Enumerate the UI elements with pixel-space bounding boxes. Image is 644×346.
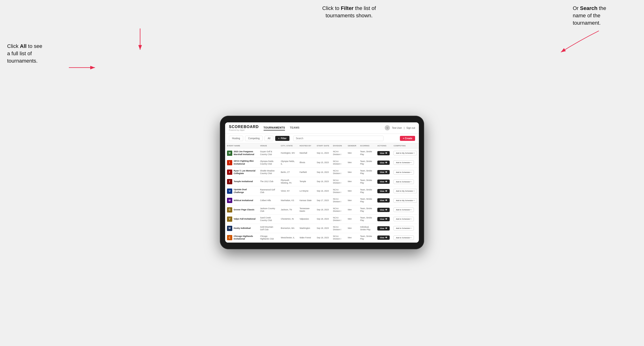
cell-gender: Men	[346, 168, 358, 177]
cell-competing: Add to My Schedule +	[392, 196, 419, 205]
event-name: OFCC Fighting Illini Invitational	[234, 160, 256, 165]
schedule-label: Add to Schedule +	[396, 181, 412, 183]
col-actions: ACTIONS	[376, 143, 392, 149]
event-name: Ryan T. Lee Memorial Collegiate	[234, 170, 256, 175]
team-logo: I	[227, 160, 232, 165]
add-schedule-button[interactable]: Add to Schedule +	[394, 160, 414, 165]
add-schedule-button[interactable]: Add to Schedule +	[394, 170, 414, 174]
view-label: View	[380, 152, 384, 154]
cell-start-date: Sep 15, 2023	[315, 158, 331, 168]
cell-start-date: Sep 16, 2023	[315, 186, 331, 196]
cell-scoring: Team, Stroke Play	[358, 205, 376, 214]
search-box	[293, 136, 398, 141]
cell-competing: Add to Schedule +	[392, 224, 419, 233]
cell-scoring: Team, Stroke Play	[358, 214, 376, 224]
team-logo: W	[227, 226, 232, 231]
eye-icon: 👁	[385, 218, 387, 220]
signout-link[interactable]: Sign out	[406, 127, 415, 129]
cell-venue: Jackson Country Club	[258, 205, 279, 214]
nav-tournaments[interactable]: TOURNAMENTS	[264, 125, 285, 130]
view-button[interactable]: View 👁	[377, 217, 390, 221]
cell-scoring: Team, Stroke Play	[358, 196, 376, 205]
hosting-tab[interactable]: Hosting	[229, 136, 243, 141]
cell-competing: Add to Schedule +	[392, 168, 419, 177]
add-schedule-button[interactable]: Add to Schedule +	[394, 179, 414, 184]
view-button[interactable]: View 👁	[377, 179, 390, 184]
cell-event-name: V Valpo Fall Invitational	[225, 214, 258, 224]
cell-hosted-by: Le Moyne	[298, 186, 315, 196]
cell-hosted-by: Wake Forest	[298, 233, 315, 242]
team-logo: U	[227, 188, 232, 194]
eye-icon: 👁	[385, 199, 387, 201]
filter-button[interactable]: ≡ Filter	[275, 136, 289, 141]
cell-scoring: Team, Stroke Play	[358, 177, 376, 186]
view-label: View	[380, 199, 384, 201]
competing-tab[interactable]: Competing	[245, 136, 263, 141]
col-scoring: SCORING	[358, 143, 376, 149]
cell-competing: Add to Schedule +	[392, 177, 419, 186]
view-button[interactable]: View 👁	[377, 161, 390, 165]
add-schedule-button[interactable]: Add to Schedule +	[394, 226, 414, 230]
event-name: Upstate Dual Challenge	[234, 188, 256, 194]
cell-scoring: Team, Stroke Play	[358, 158, 376, 168]
cell-gender: Men	[346, 148, 358, 158]
team-logo: M	[227, 151, 232, 156]
cell-gender: Men	[346, 177, 358, 186]
search-input[interactable]	[293, 136, 384, 141]
view-button[interactable]: View 👁	[377, 151, 390, 155]
event-name: Wildcat Invitational	[234, 199, 253, 202]
cell-division: NCAA Division I	[331, 214, 346, 224]
team-logo: C	[227, 235, 232, 240]
annotation-search: Or Search thename of thetournament.	[573, 5, 639, 26]
user-name: Test User	[392, 127, 402, 129]
add-schedule-button[interactable]: Add to My Schedule +	[394, 198, 417, 203]
eye-icon: 👁	[385, 209, 387, 211]
filter-icon: ≡	[278, 137, 280, 140]
view-button[interactable]: View 👁	[377, 170, 390, 174]
view-button[interactable]: View 👁	[377, 226, 390, 230]
event-name: 2023 Joe Feaganes Marshall Invitational	[234, 150, 256, 156]
view-button[interactable]: View 👁	[377, 235, 390, 240]
cell-competing: Add to My Schedule +	[392, 186, 419, 196]
cell-actions: View 👁	[376, 177, 392, 186]
col-start-date: START DATE	[315, 143, 331, 149]
cell-hosted-by: Illinois	[298, 158, 315, 168]
view-button[interactable]: View 👁	[377, 198, 390, 202]
add-schedule-button[interactable]: Add to Schedule +	[394, 207, 414, 212]
cell-event-name: G Grover Page Classic	[225, 205, 258, 214]
add-schedule-button[interactable]: Add to My Schedule +	[394, 151, 417, 155]
view-button[interactable]: View 👁	[377, 189, 390, 193]
eye-icon: 👁	[385, 236, 387, 239]
app-header: SCOREBOARD Powered by clippd TOURNAMENTS…	[225, 122, 419, 134]
tablet-device: SCOREBOARD Powered by clippd TOURNAMENTS…	[220, 116, 424, 249]
add-schedule-button[interactable]: Add to Schedule +	[394, 235, 414, 240]
eye-icon: 👁	[385, 227, 387, 230]
all-tab[interactable]: All	[264, 136, 273, 141]
header-right: U Test User | Sign out	[385, 125, 415, 130]
view-button[interactable]: View 👁	[377, 208, 390, 212]
cell-hosted-by: Kansas State	[298, 196, 315, 205]
add-schedule-button[interactable]: Add to My Schedule +	[394, 189, 417, 193]
add-schedule-button[interactable]: Add to Schedule +	[394, 217, 414, 221]
cell-actions: View 👁	[376, 224, 392, 233]
cell-start-date: Sep 18, 2023	[315, 205, 331, 214]
team-logo: T	[227, 179, 232, 184]
schedule-label: Add to My Schedule +	[396, 199, 414, 201]
event-name: Valpo Fall Invitational	[234, 218, 256, 220]
nav-teams[interactable]: TEAMS	[290, 125, 300, 130]
cell-start-date: Sep 18, 2023	[315, 214, 331, 224]
create-button[interactable]: + Create	[400, 136, 415, 141]
cell-city: Huntington, WV	[279, 148, 298, 158]
table-row: W Wildcat Invitational Colbert Hills Man…	[225, 196, 419, 205]
schedule-label: Add to Schedule +	[396, 209, 412, 211]
schedule-label: Add to Schedule +	[396, 227, 412, 229]
cell-city: Jackson, TN	[279, 205, 298, 214]
table-row: M 2023 Joe Feaganes Marshall Invitationa…	[225, 148, 419, 158]
col-event-name: EVENT NAME	[225, 143, 258, 149]
cell-venue: Ravenwood Golf Club	[258, 186, 279, 196]
separator: |	[404, 127, 405, 129]
col-hosted-by: HOSTED BY	[298, 143, 315, 149]
all-arrow	[69, 62, 97, 73]
cell-venue: Sand Creek Country Club	[258, 214, 279, 224]
view-label: View	[380, 190, 384, 192]
